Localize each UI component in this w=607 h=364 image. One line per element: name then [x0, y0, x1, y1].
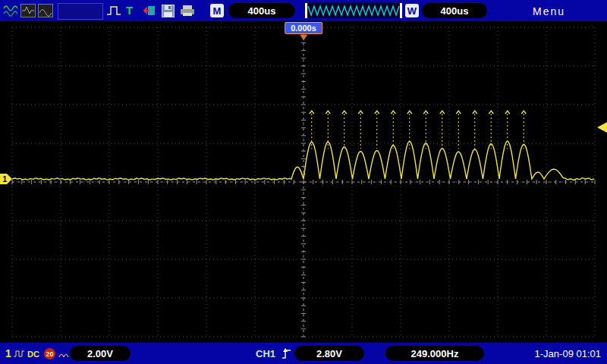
top-bar: T M 400us W 400us Menu — [0, 0, 607, 21]
datetime-label: 1-Jan-09 01:01 — [535, 348, 601, 359]
trigger-position-badge[interactable]: 0.000s — [285, 22, 322, 34]
coupling-indicator: DC — [27, 350, 39, 359]
scope-canvas: 1 — [0, 21, 607, 343]
trigger-source-label: CH1 — [256, 348, 275, 359]
window-timebase-value: 400us — [422, 3, 487, 18]
bandwidth-limit-badge: 20 — [44, 348, 55, 359]
coupling-waveform-icon — [58, 351, 70, 358]
reference-waveform-icon — [38, 3, 53, 18]
volts-per-div-value: 2.00V — [70, 346, 131, 361]
floppy-disk-icon — [160, 3, 175, 18]
graticule — [12, 27, 595, 337]
window-timebase-badge: W — [405, 4, 419, 17]
trigger-t-indicator: T — [126, 4, 133, 17]
scope-display: 1 0.000s — [0, 21, 607, 343]
empty-slot — [58, 3, 103, 20]
channel-signal-icon — [13, 349, 25, 358]
svg-text:1: 1 — [3, 175, 8, 184]
frequency-readout: 249.000Hz — [385, 346, 484, 361]
channels-waveform-icon — [3, 3, 18, 18]
main-timebase-badge: M — [210, 4, 224, 17]
channel-1-indicator: 1 — [5, 347, 11, 359]
trigger-level-value: 2.80V — [294, 346, 364, 361]
rising-edge-icon — [281, 347, 291, 360]
trigger-level-marker[interactable] — [597, 122, 607, 133]
waveform-memory-strip[interactable] — [305, 3, 402, 18]
stored-waveform-icon — [20, 3, 36, 18]
pulse-icon — [106, 3, 121, 18]
channel-1-position-marker[interactable]: 1 — [0, 174, 12, 184]
main-timebase-value: 400us — [228, 3, 295, 18]
save-arrow-icon — [142, 3, 157, 18]
menu-label[interactable]: Menu — [533, 5, 565, 17]
printer-icon — [180, 3, 195, 18]
status-bar: 1 DC 20 2.00V CH1 2.80V 249.000Hz 1-Jan-… — [0, 343, 607, 364]
